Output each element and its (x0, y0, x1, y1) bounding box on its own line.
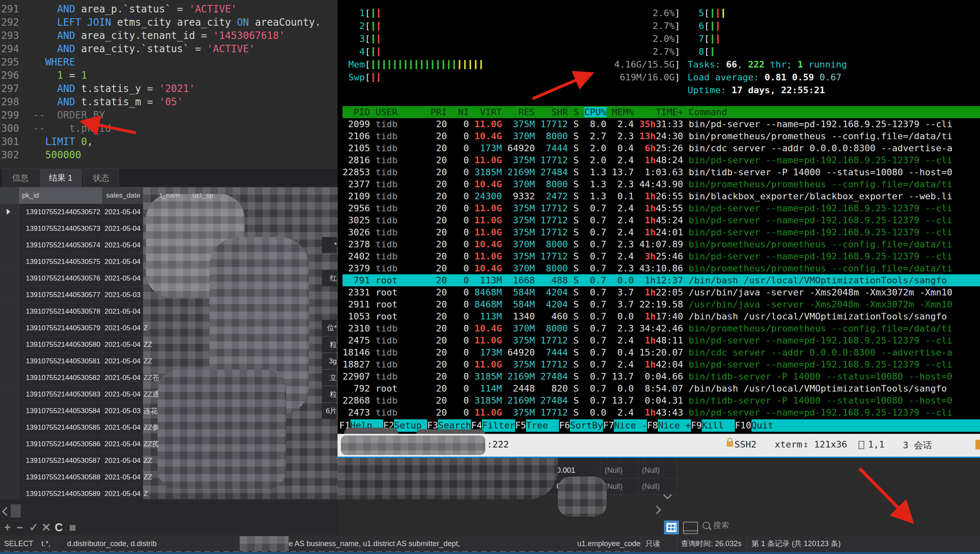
grid-view-icon[interactable] (664, 520, 679, 535)
add-row-icon[interactable]: + (4, 519, 11, 536)
fkey-f10[interactable]: F10Quit (735, 419, 980, 432)
sql-code-line[interactable]: 300-- t.pk_id (0, 122, 338, 135)
cell-sales-date[interactable]: 2021-05-04 (103, 336, 142, 353)
refresh-icon[interactable]: C (55, 519, 63, 536)
htop-process-row[interactable]: 2105 tidb 20 0 173M 64920 7444 S 2.0 0.4… (343, 142, 980, 154)
cell-sales-date[interactable]: 2021-05-04 (103, 469, 142, 485)
htop-process-row[interactable]: 18146 tidb 20 0 173M 64920 7444 S 0.7 0.… (343, 346, 980, 358)
sql-code-line[interactable]: 293 AND area_city.tenant_id = '145306761… (0, 29, 338, 42)
cell-sales-date[interactable]: 2021-05-04 (103, 370, 142, 386)
cell-sales-date[interactable]: 2021-05-03 (103, 287, 142, 303)
cell-sales-date[interactable]: 2021-05-03 (103, 403, 142, 419)
sql-code-line[interactable]: 291 AND area_p.`status` = 'ACTIVE' (0, 2, 338, 16)
grid-cell[interactable]: (Null) (642, 458, 677, 462)
cell-pk-id[interactable]: 1391075521440530588 (19, 469, 103, 485)
grid-cell[interactable]: 0.001 (557, 458, 601, 462)
htop-process-row[interactable]: 3025 tidb 20 0 11.0G 375M 17712 S 0.7 2.… (343, 214, 980, 226)
column-header-ni[interactable]: NI (452, 107, 469, 117)
grid-cell[interactable]: 0.001 (557, 462, 601, 478)
process-table-header[interactable]: PID USER PRI NI VIRT RES SHR S CPU% MEM%… (343, 106, 980, 118)
column-header-virt[interactable]: VIRT (474, 107, 502, 117)
htop-process-row[interactable]: 2378 tidb 20 0 10.4G 370M 8000 S 0.7 2.3… (343, 238, 980, 250)
column-header-mem[interactable]: MEM% (612, 107, 634, 117)
column-header-pri[interactable]: PRI (430, 107, 447, 117)
column-header-pk-id[interactable]: pk_id (19, 187, 103, 204)
cell-sales-date[interactable]: 2021-05-04 (103, 303, 142, 319)
cell-pk-id[interactable]: 1391075521440530573 (19, 220, 103, 237)
sql-code-line[interactable]: 294 AND area_city.`status` = 'ACTIVE' (0, 42, 338, 56)
htop-process-row[interactable]: 792 root 20 0 114M 2448 820 S 0.7 0.0 8:… (343, 382, 980, 394)
result-tab[interactable]: 结果 1 (39, 169, 82, 187)
htop-process-row[interactable]: 18827 tidb 20 0 11.0G 375M 17712 S 0.7 2… (343, 358, 980, 370)
cell-pk-id[interactable]: 1391075521440530583 (19, 386, 103, 402)
cell-pk-id[interactable]: 1391075521440530581 (19, 353, 103, 369)
horizontal-scrollbar[interactable] (11, 504, 21, 518)
cell-pk-id[interactable]: 1391075521440530572 (19, 204, 103, 220)
column-header-time[interactable]: TIME+ (639, 107, 683, 117)
cell-sales-date[interactable]: 2021-05-04 (103, 220, 142, 237)
sql-code-line[interactable]: 295 WHERE (0, 56, 338, 69)
htop-process-row[interactable]: 1053 root 20 0 113M 1340 460 S 0.7 0.0 1… (343, 310, 980, 322)
cell-sales-date[interactable]: 2021-05-04 (103, 353, 142, 369)
cell-pk-id[interactable]: 1391075521440530585 (19, 419, 103, 435)
cell-pk-id[interactable]: 1391075521440530586 (19, 436, 103, 452)
htop-process-row[interactable]: 2099 tidb 20 0 11.0G 375M 17712 S 8.0 2.… (343, 118, 980, 130)
session-tab-label[interactable]: :222 (487, 439, 509, 450)
cell-pk-id[interactable]: 1391075521440530587 (19, 452, 103, 469)
cell-pk-id[interactable]: 1391075521440530589 (19, 486, 103, 499)
cell-sales-date[interactable]: 2021-05-04 (103, 237, 142, 253)
htop-process-row[interactable]: 2475 tidb 20 0 11.0G 375M 17712 S 0.7 2.… (343, 334, 980, 346)
htop-process-row[interactable]: 2816 tidb 20 0 11.0G 375M 17712 S 2.0 2.… (343, 154, 980, 166)
result-tab[interactable]: 信息 (2, 169, 38, 187)
column-header-cpu[interactable]: CPU% (584, 107, 606, 117)
column-header-shr[interactable]: SHR (540, 107, 568, 117)
delete-row-icon[interactable]: − (17, 519, 23, 536)
column-header-cmd[interactable]: Command (689, 107, 727, 117)
fkey-f8[interactable]: F8Nice + (647, 419, 691, 432)
search-label[interactable]: 搜索 (713, 520, 729, 531)
grid-cell[interactable]: (Null) (642, 479, 677, 494)
htop-process-row[interactable]: 2310 tidb 20 0 10.4G 370M 8000 S 0.7 2.3… (343, 322, 980, 334)
htop-process-row[interactable]: 2402 tidb 20 0 11.0G 375M 17712 S 0.7 2.… (343, 250, 980, 262)
htop-process-row[interactable]: 3026 tidb 20 0 11.0G 375M 17712 S 0.7 2.… (343, 226, 980, 238)
htop-process-row[interactable]: 22853 tidb 20 0 3185M 2169M 27484 S 1.3 … (343, 166, 980, 178)
scroll-left-icon[interactable] (2, 507, 11, 516)
cell-pk-id[interactable]: 1391075521440530577 (19, 287, 103, 303)
sql-code-line[interactable]: 302 500000 (0, 148, 338, 162)
search-icon[interactable] (703, 522, 710, 529)
column-header-pid[interactable]: PID (343, 107, 370, 117)
sql-code-line[interactable]: 296 1 = 1 (0, 69, 338, 82)
cell-sales-date[interactable]: 2021-05-04 (103, 419, 142, 435)
htop-process-row[interactable]: 2109 tidb 20 0 24300 9332 2472 S 1.3 0.1… (343, 190, 980, 202)
scroll-right-icon[interactable] (652, 506, 661, 514)
fkey-f7[interactable]: F7Nice - (603, 419, 647, 432)
cell-pk-id[interactable]: 1391075521440530584 (19, 403, 103, 419)
cell-sales-date[interactable]: 2021-05-04 (103, 452, 142, 469)
fkey-f6[interactable]: F6SortBy (559, 419, 603, 432)
sql-code-line[interactable]: 299-- ORDER BY (0, 109, 338, 122)
cell-sales-date[interactable]: 2021-05-04 (103, 254, 142, 270)
htop-process-row[interactable]: 2956 tidb 20 0 11.0G 375M 17712 S 0.7 2.… (343, 202, 980, 214)
cell-sales-date[interactable]: 2021-05-04 (103, 486, 142, 499)
grid-cell[interactable]: (Null) (642, 462, 677, 478)
htop-process-row[interactable]: 22907 tidb 20 0 3185M 2169M 27484 S 0.7 … (343, 370, 980, 382)
text-view-icon[interactable] (683, 522, 698, 534)
sql-editor[interactable]: 291 AND area_p.`status` = 'ACTIVE'292 LE… (0, 0, 338, 172)
result-tab[interactable]: 状态 (83, 169, 119, 187)
cell-pk-id[interactable]: 1391075521440530578 (19, 303, 103, 319)
grid-cell[interactable]: (Null) (605, 479, 638, 494)
htop-process-row[interactable]: 2331 root 20 0 8468M 584M 4204 S 0.7 3.7… (343, 286, 980, 298)
htop-process-row[interactable]: 2473 tidb 20 0 11.0G 375M 17712 S 0.0 2.… (343, 406, 980, 419)
cell-pk-id[interactable]: 1391075521440530574 (19, 237, 103, 253)
fkey-f5[interactable]: F5Tree (515, 419, 559, 432)
cell-pk-id[interactable]: 1391075521440530580 (19, 336, 103, 353)
apply-icon[interactable]: ✓ (29, 519, 39, 536)
htop-process-row[interactable]: 22868 tidb 20 0 3185M 2169M 27484 S 0.7 … (343, 394, 980, 406)
cell-pk-id[interactable]: 1391075521440530576 (19, 270, 103, 286)
grid-cell[interactable]: (Null) (605, 462, 638, 478)
sql-code-line[interactable]: 298 AND t.statis_m = '05' (0, 95, 338, 109)
cell-sales-date[interactable]: 2021-05-04 (103, 320, 142, 336)
sql-code-line[interactable]: 292 LEFT JOIN etms_city area_city ON are… (0, 16, 338, 29)
column-header-res[interactable]: RES (507, 107, 535, 117)
cell-pk-id[interactable]: 1391075521440530582 (19, 370, 103, 386)
